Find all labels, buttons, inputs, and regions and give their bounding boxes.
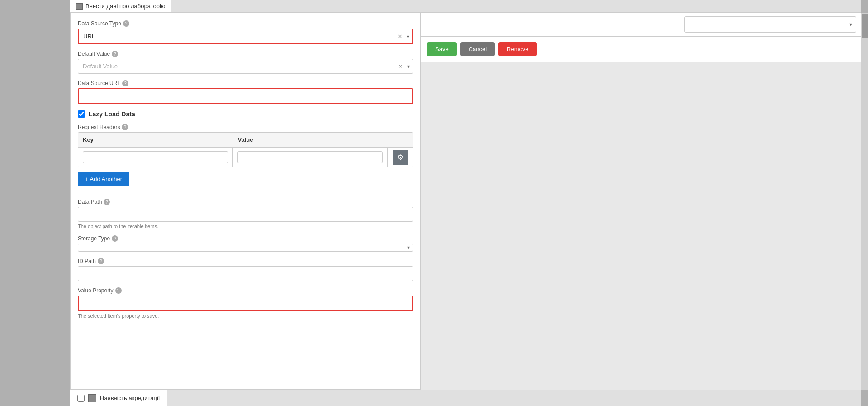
value-property-bordered-wrapper: code: [78, 296, 413, 311]
header-tab-icon: [76, 3, 83, 10]
data-source-type-arrow-icon[interactable]: ▾: [404, 33, 412, 40]
default-value-clear-icon[interactable]: ×: [397, 63, 404, 70]
request-headers-table: Key Value ⚙: [78, 132, 413, 167]
value-property-help-icon[interactable]: ?: [115, 287, 122, 294]
gray-left-panel: [0, 0, 70, 406]
storage-type-label: Storage Type ?: [78, 235, 413, 242]
data-path-input[interactable]: [78, 207, 413, 222]
add-another-button[interactable]: + Add Another: [78, 172, 129, 186]
data-path-label: Data Path ?: [78, 199, 413, 205]
data-path-help-icon[interactable]: ?: [104, 199, 110, 205]
remove-button[interactable]: Remove: [498, 42, 536, 56]
data-source-type-label: Data Source Type ?: [78, 20, 413, 27]
right-panel-buttons: Save Cancel Remove: [421, 37, 861, 62]
id-path-help-icon[interactable]: ?: [98, 258, 104, 264]
bottom-tab: Наявність акредитації: [70, 390, 167, 406]
bottom-tab-icon: [88, 394, 96, 402]
lazy-load-row: Lazy Load Data: [78, 110, 413, 118]
storage-type-select-wrapper: ▾: [78, 244, 413, 252]
id-path-group: ID Path ? id: [78, 258, 413, 281]
bottom-tab-checkbox[interactable]: [77, 395, 85, 402]
data-source-url-label: Data Source URL ?: [78, 80, 413, 86]
data-path-hint: The object path to the iterable items.: [78, 224, 413, 229]
default-value-arrow-icon[interactable]: ▾: [404, 63, 413, 70]
right-panel-top: ▾: [421, 13, 861, 37]
right-panel-dropdown-wrapper: ▾: [684, 16, 856, 33]
right-panel-arrow-icon[interactable]: ▾: [846, 21, 856, 28]
header-tab-label: Внести дані про лабораторію: [85, 3, 166, 10]
scrollbar-thumb[interactable]: [862, 14, 868, 38]
storage-type-help-icon[interactable]: ?: [112, 235, 118, 242]
default-value-label: Default Value ?: [78, 51, 413, 57]
save-button[interactable]: Save: [427, 42, 457, 56]
lazy-load-checkbox[interactable]: [78, 110, 85, 118]
lazy-load-label: Lazy Load Data: [89, 110, 135, 118]
data-source-type-select-wrapper: URL × ▾: [78, 29, 413, 44]
row-action-cell: ⚙: [388, 148, 413, 167]
default-value-placeholder[interactable]: Default Value: [78, 59, 397, 73]
left-panel: Data Source Type ? URL × ▾ Default Value…: [70, 13, 421, 390]
row-key-input[interactable]: [83, 151, 228, 163]
default-value-group: Default Value ? Default Value × ▾: [78, 51, 413, 74]
col-key-header: Key: [78, 133, 233, 147]
bottom-tab-label: Наявність акредитації: [100, 395, 160, 401]
request-headers-help-icon[interactable]: ?: [122, 124, 128, 130]
storage-type-arrow-icon[interactable]: ▾: [404, 244, 413, 251]
right-scrollbar[interactable]: [861, 13, 868, 390]
row-value-cell: [233, 148, 388, 167]
bottom-tab-area: Наявність акредитації: [70, 390, 861, 406]
cancel-button[interactable]: Cancel: [460, 42, 495, 56]
id-path-input[interactable]: id: [78, 266, 413, 281]
id-path-label: ID Path ?: [78, 258, 413, 264]
value-property-hint: The selected item's property to save.: [78, 313, 413, 319]
right-panel: ▾ Save Cancel Remove: [421, 13, 861, 390]
row-key-cell: [78, 148, 233, 167]
data-path-group: Data Path ? The object path to the itera…: [78, 199, 413, 229]
data-source-type-clear-icon[interactable]: ×: [396, 33, 404, 40]
col-value-header: Value: [233, 133, 388, 147]
header-tab[interactable]: Внести дані про лабораторію: [70, 0, 171, 12]
storage-type-group: Storage Type ? ▾: [78, 235, 413, 252]
data-source-url-input[interactable]: /officer/api/data-factory/koatuu-obl-con…: [78, 88, 413, 104]
value-property-label: Value Property ?: [78, 287, 413, 294]
table-row: ⚙: [78, 147, 413, 167]
gear-icon: ⚙: [397, 153, 403, 162]
right-panel-gray-area: [421, 62, 861, 394]
request-headers-group: Request Headers ? Key Value: [78, 124, 413, 192]
row-gear-button[interactable]: ⚙: [393, 150, 408, 165]
request-headers-table-header: Key Value: [78, 133, 413, 147]
left-panel-content: Data Source Type ? URL × ▾ Default Value…: [71, 13, 420, 332]
default-value-help-icon[interactable]: ?: [112, 51, 118, 57]
data-source-url-help-icon[interactable]: ?: [122, 80, 128, 86]
data-source-type-help-icon[interactable]: ?: [123, 20, 129, 27]
value-property-input[interactable]: code: [79, 296, 412, 310]
col-action-header: [388, 133, 413, 147]
data-source-url-group: Data Source URL ? /officer/api/data-fact…: [78, 80, 413, 104]
storage-type-value[interactable]: [78, 244, 404, 251]
right-panel-dropdown-value[interactable]: [685, 17, 846, 32]
header-bar: Внести дані про лабораторію: [70, 0, 861, 13]
value-property-group: Value Property ? code The selected item'…: [78, 287, 413, 319]
request-headers-label: Request Headers ?: [78, 124, 413, 130]
data-source-type-value[interactable]: URL: [79, 29, 396, 43]
data-source-type-group: Data Source Type ? URL × ▾: [78, 20, 413, 44]
default-value-select-wrapper: Default Value × ▾: [78, 59, 413, 74]
row-value-input[interactable]: [237, 151, 383, 163]
